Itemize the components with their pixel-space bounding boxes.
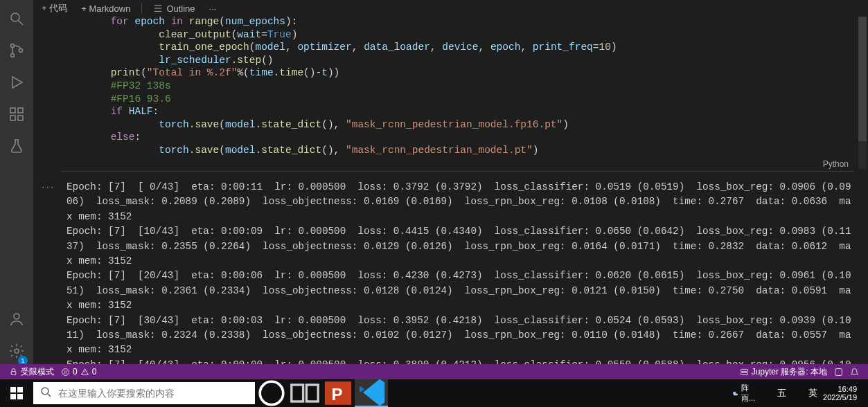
svg-point-3 [11, 54, 15, 57]
settings-gear-icon[interactable]: 1 [0, 335, 33, 367]
search-icon [40, 386, 51, 400]
clock[interactable]: 16:49 2022/5/19 [823, 385, 857, 401]
search-input[interactable] [58, 388, 248, 399]
svg-rect-20 [741, 369, 747, 371]
toolbar-more-button[interactable]: ··· [206, 3, 220, 14]
cell-output: Epoch: [7] [ 0/43] eta: 0:00:11 lr: 0.00… [67, 180, 856, 365]
add-code-button[interactable]: + 代码 [39, 2, 70, 15]
cell-divider [61, 171, 854, 172]
jupyter-server-button[interactable]: Jupyter 服务器: 本地 [736, 366, 831, 378]
powerpoint-icon[interactable]: P [321, 379, 355, 407]
svg-rect-24 [17, 387, 23, 392]
taskbar-search[interactable] [33, 382, 255, 404]
svg-text:P: P [331, 385, 342, 404]
svg-point-11 [15, 349, 19, 353]
source-control-icon[interactable] [0, 35, 33, 66]
cortana-icon[interactable] [255, 379, 288, 407]
ime-indicator-2[interactable]: 英 [808, 387, 817, 399]
cell-status-icon[interactable] [831, 368, 847, 377]
notifications-icon[interactable] [847, 368, 862, 377]
add-markdown-button[interactable]: + Markdown [78, 3, 133, 14]
vscode-icon[interactable] [355, 379, 388, 407]
svg-rect-8 [18, 116, 23, 120]
svg-marker-5 [12, 77, 22, 88]
cell-output-menu-icon[interactable]: ··· [42, 181, 55, 194]
svg-line-28 [48, 394, 51, 397]
svg-point-29 [260, 381, 283, 405]
svg-rect-21 [741, 372, 747, 374]
beaker-icon[interactable] [0, 130, 33, 162]
language-tag: Python [823, 159, 849, 169]
svg-line-1 [19, 21, 23, 25]
account-icon[interactable] [0, 303, 33, 335]
vertical-scrollbar[interactable] [858, 17, 867, 169]
svg-rect-6 [10, 108, 15, 113]
windows-taskbar: P 阵雨... 五 英 16:49 2022/5/19 [0, 379, 868, 407]
svg-rect-9 [18, 108, 23, 113]
svg-point-4 [19, 49, 23, 53]
activity-bar: 1 [0, 0, 33, 367]
restricted-mode-button[interactable]: 受限模式 [6, 366, 57, 378]
output-text: Epoch: [7] [ 0/43] eta: 0:00:11 lr: 0.00… [67, 180, 856, 365]
system-tray: 阵雨... 五 英 16:49 2022/5/19 [732, 383, 868, 404]
scrollbar-thumb[interactable] [858, 17, 867, 141]
svg-rect-23 [10, 387, 16, 392]
debug-icon[interactable] [0, 66, 33, 98]
svg-point-0 [11, 13, 19, 21]
start-button[interactable] [0, 379, 33, 407]
svg-rect-7 [10, 116, 15, 120]
outline-button[interactable]: Outline [150, 3, 197, 14]
clock-date: 2022/5/19 [823, 393, 857, 401]
svg-rect-31 [306, 385, 318, 401]
svg-rect-15 [11, 371, 16, 374]
task-view-icon[interactable] [288, 379, 321, 407]
svg-rect-26 [17, 394, 23, 399]
ime-indicator-1[interactable]: 五 [777, 387, 786, 399]
svg-rect-25 [10, 394, 16, 399]
svg-point-10 [14, 314, 19, 319]
svg-rect-22 [835, 368, 842, 375]
task-icons: P [255, 379, 388, 407]
svg-rect-35 [734, 393, 738, 395]
svg-point-27 [42, 388, 48, 395]
problems-button[interactable]: 0 0 [57, 367, 100, 377]
notebook-toolbar: + 代码 + Markdown Outline ··· [33, 0, 868, 17]
svg-rect-30 [292, 385, 303, 401]
code-cell[interactable]: for epoch in range(num_epochs): clear_ou… [62, 15, 853, 172]
svg-point-2 [11, 44, 15, 48]
search-icon[interactable] [0, 3, 33, 35]
weather-widget[interactable]: 阵雨... [732, 383, 755, 404]
status-bar: 受限模式 0 0 Jupyter 服务器: 本地 [0, 364, 868, 379]
extensions-icon[interactable] [0, 98, 33, 130]
clock-time: 16:49 [823, 385, 857, 393]
toolbar-separator [141, 3, 142, 14]
code-content[interactable]: for epoch in range(num_epochs): clear_ou… [62, 15, 853, 157]
